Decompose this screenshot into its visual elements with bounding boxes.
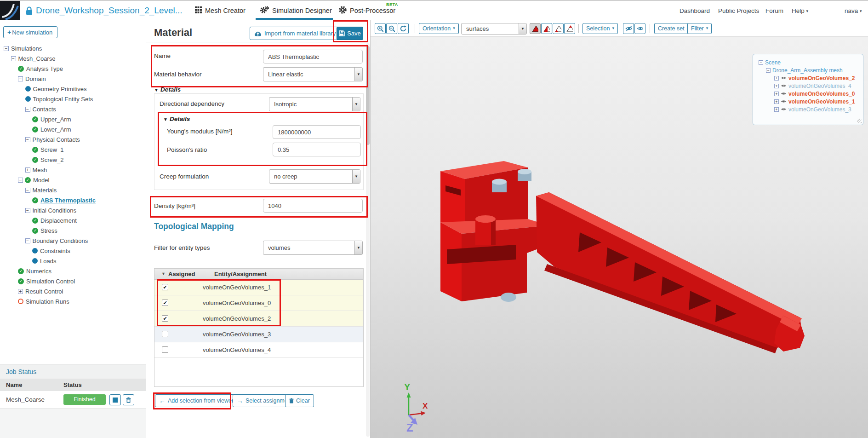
collapse-icon[interactable]: − (759, 60, 763, 65)
creep-formulation-select[interactable]: no creep▼ (269, 169, 360, 184)
tree-item-contacts[interactable]: −Contacts (0, 104, 146, 114)
tree-item-label[interactable]: Topological Entity Sets (33, 96, 93, 103)
tree-item-abs-thermoplastic[interactable]: ✓ABS Thermoplastic (0, 195, 146, 205)
tree-item-label[interactable]: Result Control (25, 288, 63, 295)
assignment-row[interactable]: ✔volumeOnGeoVolumes_1 (154, 280, 363, 295)
tree-item-label[interactable]: Simulation Control (26, 278, 75, 285)
zoom-out-button[interactable] (386, 23, 397, 34)
density-input[interactable] (263, 199, 363, 213)
render-solid-button[interactable] (530, 23, 541, 34)
clear-assignment-button[interactable]: Clear (285, 394, 314, 407)
tree-item-simulations[interactable]: −Simulations (0, 43, 146, 53)
tree-item-screw-2[interactable]: ✓Screw_2 (0, 155, 146, 165)
eye-icon[interactable] (781, 84, 787, 88)
delete-job-button[interactable] (123, 394, 134, 405)
render-wire-button[interactable] (553, 23, 564, 34)
tree-item-label[interactable]: Numerics (26, 268, 51, 275)
assignment-row[interactable]: volumeOnGeoVolumes_3 (154, 327, 363, 342)
tab-label[interactable]: Mesh Creator (205, 7, 246, 14)
checkbox-checked[interactable]: ✔ (162, 284, 168, 290)
orientation-dropdown[interactable]: Orientation ▾ (419, 23, 459, 34)
scene-volume-node[interactable]: +volumeOnGeoVolumes_3 (753, 105, 863, 113)
nav-link-dashboard[interactable]: Dashboard (680, 7, 710, 14)
scene-mesh-node[interactable]: − Drone_Arm_Assembly mesh (753, 66, 863, 74)
tree-item-topological-entity-sets[interactable]: Topological Entity Sets (0, 94, 146, 104)
eye-icon[interactable] (781, 107, 787, 111)
poissons-ratio-input[interactable] (273, 143, 361, 156)
tree-item-stress[interactable]: ✓Stress (0, 225, 146, 236)
tree-item-label[interactable]: Boundary Conditions (33, 237, 88, 244)
scene-volume-node[interactable]: +volumeOnGeoVolumes_4 (753, 82, 863, 90)
tree-item-loads[interactable]: Loads (0, 256, 146, 266)
job-status-badge[interactable]: Finished (63, 394, 106, 405)
filter-dropdown[interactable]: Filter ▾ (687, 23, 712, 34)
tab-label[interactable]: Post-Processor (350, 7, 395, 14)
scene-tree-overlay[interactable]: − Scene − Drone_Arm_Assembly mesh +volum… (753, 54, 863, 125)
tree-item-label[interactable]: Screw_2 (40, 156, 64, 163)
entity-column-header[interactable]: Entity/Assignment (214, 271, 267, 277)
zoom-in-button[interactable] (375, 23, 386, 34)
tree-item-simulation-runs[interactable]: Simulation Runs (0, 296, 146, 306)
collapse-icon[interactable]: − (25, 137, 30, 142)
panel-scrollbar-thumb[interactable] (366, 46, 370, 145)
checkbox-checked[interactable]: ✔ (162, 300, 168, 306)
tree-item-lower-arm[interactable]: ✓Lower_Arm (0, 124, 146, 134)
tree-item-result-control[interactable]: +Result Control (0, 286, 146, 296)
tab-simulation-designer[interactable]: Simulation Designer (260, 1, 332, 20)
tree-item-label[interactable]: Simulation Runs (26, 298, 69, 305)
scene-root-node[interactable]: − Scene (753, 58, 863, 66)
tree-item-analysis-type[interactable]: ✓Analysis Type (0, 63, 146, 74)
checkbox-unchecked[interactable] (162, 346, 168, 353)
material-name-input[interactable] (263, 50, 363, 63)
assignment-row[interactable]: volumeOnGeoVolumes_4 (154, 342, 363, 358)
tree-item-label[interactable]: Model (33, 177, 49, 184)
resize-handle[interactable] (857, 119, 862, 123)
entity-filter-select[interactable]: volumes▼ (263, 241, 363, 255)
eye-icon[interactable] (781, 99, 787, 104)
collapse-icon[interactable]: − (25, 208, 30, 213)
expand-icon[interactable]: + (774, 92, 779, 96)
tab-mesh-creator[interactable]: Mesh Creator (195, 1, 246, 20)
refresh-view-button[interactable] (398, 23, 409, 34)
expand-icon[interactable]: + (774, 107, 779, 112)
collapse-icon[interactable]: − (25, 238, 30, 243)
collapse-icon[interactable]: − (766, 68, 771, 73)
tree-item-materials[interactable]: −Materials (0, 185, 146, 195)
tree-item-upper-arm[interactable]: ✓Upper_Arm (0, 114, 146, 124)
create-set-button[interactable]: Create set (654, 23, 688, 34)
tree-item-constraints[interactable]: Constraints (0, 246, 146, 256)
tree-item-label[interactable]: Loads (40, 258, 56, 265)
tree-item-simulation-control[interactable]: ✓Simulation Control (0, 276, 146, 286)
assigned-column-header[interactable]: Assigned (168, 271, 195, 277)
inner-details-header[interactable]: ▼Details (163, 115, 190, 122)
stop-job-button[interactable] (109, 394, 121, 405)
render-points-button[interactable] (564, 23, 575, 34)
tree-item-model[interactable]: −✓Model (0, 175, 146, 185)
tab-label[interactable]: Simulation Designer (272, 7, 332, 14)
tree-item-label[interactable]: Mesh (33, 167, 47, 173)
eye-icon[interactable] (781, 76, 787, 80)
selection-dropdown[interactable]: Selection ▾ (582, 23, 618, 34)
import-material-button[interactable]: Import from material library (250, 27, 340, 40)
hide-selected-button[interactable] (623, 23, 634, 34)
tree-item-domain[interactable]: −Domain (0, 74, 146, 84)
render-half-button[interactable] (541, 23, 552, 34)
tree-item-mesh-coarse[interactable]: −Mesh_Coarse (0, 53, 146, 63)
expand-icon[interactable]: + (774, 76, 779, 81)
add-selection-from-viewer-button[interactable]: ← Add selection from viewer (155, 394, 238, 407)
details-section-header[interactable]: ▼Details (154, 86, 181, 93)
tree-item-label[interactable]: Displacement (40, 217, 77, 224)
collapse-icon[interactable]: − (4, 46, 9, 51)
directional-dependency-select[interactable]: Isotropic▼ (269, 97, 360, 111)
sort-descending-icon[interactable]: ▼ (161, 271, 166, 276)
tree-item-label[interactable]: Constraints (40, 248, 70, 254)
assignment-row[interactable]: ✔volumeOnGeoVolumes_2 (154, 311, 363, 327)
tree-item-mesh[interactable]: +Mesh (0, 165, 146, 175)
show-selected-button[interactable] (634, 23, 645, 34)
tree-item-label[interactable]: Stress (40, 227, 57, 234)
material-behavior-select[interactable]: Linear elastic▼ (263, 67, 363, 81)
tree-item-label[interactable]: Physical Contacts (33, 136, 80, 143)
new-simulation-button[interactable]: + New simulation (3, 26, 57, 38)
render-mode-select[interactable]: surfaces ▼ (461, 23, 527, 35)
youngs-modulus-input[interactable] (273, 125, 361, 139)
